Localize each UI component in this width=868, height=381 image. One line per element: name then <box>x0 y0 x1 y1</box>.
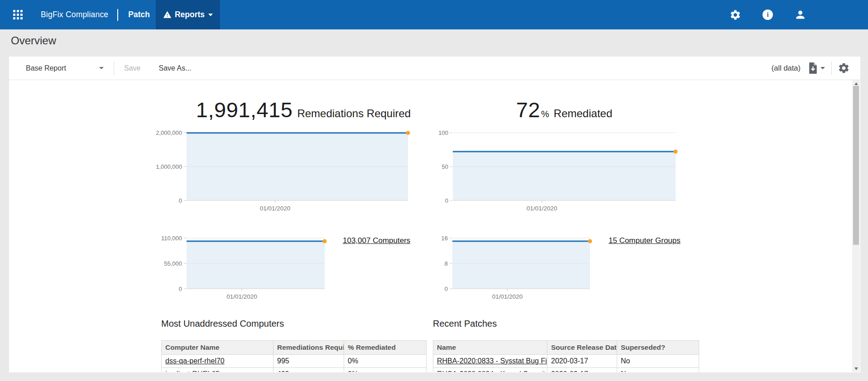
settings-gear-icon[interactable] <box>729 9 741 21</box>
table-row: dss-qa-perf-rhel709950% <box>162 355 427 368</box>
nav-separator <box>117 9 118 21</box>
nav-site-patch[interactable]: Patch <box>128 10 150 19</box>
top-navbar: BigFix Compliance Patch Reports i <box>0 0 868 29</box>
table-cell: 499 <box>273 368 344 372</box>
tab-reports-label: Reports <box>175 10 205 19</box>
table-cell: 2020-03-17 <box>547 368 617 372</box>
column-header[interactable]: % Remediated <box>344 341 427 355</box>
kpi-remediations-required: 1,991,415 Remediations Required <box>154 97 453 122</box>
table-row: RHBA-2020:0833 - Sysstat Bug Fix ...2020… <box>433 355 699 368</box>
row-detail-link[interactable]: RHBA-2020:0833 - Sysstat Bug Fix ... <box>437 357 547 365</box>
product-title[interactable]: BigFix Compliance <box>41 10 108 19</box>
export-document-icon <box>807 62 819 74</box>
column-header[interactable]: Remediations Required <box>273 341 344 355</box>
column-header[interactable]: Computer Name <box>162 341 273 355</box>
report-selector-dropdown[interactable]: Base Report <box>26 64 104 72</box>
table-cell[interactable]: dss-qa-perf-rhel70 <box>162 355 273 368</box>
report-selector-value: Base Report <box>26 64 66 72</box>
row-detail-link[interactable]: dss-qa-perf-rhel70 <box>165 357 225 365</box>
svg-text:8: 8 <box>445 260 448 267</box>
table-cell: No <box>617 355 699 368</box>
report-toolbar: Base Report Save Save As... (all data) <box>9 57 860 80</box>
row-detail-link[interactable]: RHSA-2020:0834 - Kernel Security ... <box>437 370 547 372</box>
report-card: Base Report Save Save As... (all data) <box>9 57 860 372</box>
chevron-down-icon <box>208 14 213 16</box>
table-cell[interactable]: iv-client-RHEL65 <box>162 368 273 372</box>
table-cell: 995 <box>273 355 344 368</box>
toolbar-right: (all data) <box>772 62 850 75</box>
save-button[interactable]: Save <box>124 64 140 72</box>
svg-text:110,000: 110,000 <box>161 235 182 242</box>
kpi-remediated-label: Remediated <box>554 107 612 120</box>
svg-text:1,000,000: 1,000,000 <box>156 163 182 170</box>
svg-text:01/01/2020: 01/01/2020 <box>527 205 557 212</box>
percent-remediated-chart: 05010001/01/2020 <box>433 130 680 218</box>
scroll-down-arrow-icon[interactable] <box>852 365 860 372</box>
most-unaddressed-computers-table: Computer NameRemediations Required% Reme… <box>161 340 427 372</box>
data-scope-label: (all data) <box>772 64 801 72</box>
bigfix-compliance-overview: { "nav": { "product": "BigFix Compliance… <box>0 0 868 381</box>
kpi-percent-remediated: 72 % Remediated <box>439 97 689 122</box>
computers-chart: 055,000110,00001/01/2020 <box>158 235 329 306</box>
vertical-scrollbar[interactable] <box>852 80 860 372</box>
table-row: RHSA-2020:0834 - Kernel Security ...2020… <box>433 368 699 372</box>
column-header[interactable]: Source Release Date <box>547 341 617 355</box>
kpi-remediations-value: 1,991,415 <box>196 97 293 122</box>
svg-text:01/01/2020: 01/01/2020 <box>260 205 291 212</box>
computers-link[interactable]: 103,007 Computers <box>343 236 410 245</box>
chevron-down-icon <box>820 67 825 69</box>
report-content: 1,991,415 Remediations Required 72 % Rem… <box>9 80 860 372</box>
chevron-down-icon <box>99 67 104 69</box>
column-header[interactable]: Superseded? <box>617 341 699 355</box>
nav-right-icons: i <box>729 9 868 21</box>
svg-text:0: 0 <box>445 197 448 204</box>
report-settings-gear-icon[interactable] <box>838 62 850 74</box>
computer-groups-chart: 081601/01/2020 <box>432 235 595 306</box>
app-switcher-grid-icon[interactable] <box>13 10 23 19</box>
svg-text:55,000: 55,000 <box>164 260 182 267</box>
user-profile-icon[interactable] <box>794 9 806 21</box>
info-icon[interactable]: i <box>762 10 773 20</box>
column-header[interactable]: Name <box>433 341 547 355</box>
svg-text:01/01/2020: 01/01/2020 <box>492 293 523 300</box>
page-title: Overview <box>11 34 56 47</box>
kpi-remediated-value: 72 <box>516 97 540 122</box>
svg-text:01/01/2020: 01/01/2020 <box>226 293 257 300</box>
tab-reports[interactable]: Reports <box>156 0 220 29</box>
table-cell: 0% <box>344 368 427 372</box>
most-unaddressed-computers-title: Most Unaddressed Computers <box>161 319 284 329</box>
save-as-button[interactable]: Save As... <box>158 64 191 72</box>
svg-text:16: 16 <box>441 235 448 242</box>
svg-text:0: 0 <box>445 286 448 292</box>
svg-text:2,000,000: 2,000,000 <box>156 130 182 136</box>
table-cell: 2020-03-17 <box>547 355 617 368</box>
computer-groups-link[interactable]: 15 Computer Groups <box>609 236 681 245</box>
table-cell: No <box>617 368 699 372</box>
reports-warning-triangle-icon <box>163 10 172 19</box>
svg-text:50: 50 <box>442 163 448 170</box>
scrollbar-thumb[interactable] <box>853 86 859 245</box>
recent-patches-title: Recent Patches <box>433 319 497 329</box>
toolbar-divider <box>831 62 832 75</box>
svg-text:0: 0 <box>179 286 182 292</box>
recent-patches-table: NameSource Release DateSuperseded?RHBA-2… <box>433 340 699 372</box>
svg-text:0: 0 <box>179 197 182 204</box>
table-cell: 0% <box>344 355 427 368</box>
kpi-remediations-label: Remediations Required <box>297 107 411 120</box>
row-detail-link[interactable]: iv-client-RHEL65 <box>165 370 220 372</box>
table-cell[interactable]: RHSA-2020:0834 - Kernel Security ... <box>433 368 547 372</box>
table-cell[interactable]: RHBA-2020:0833 - Sysstat Bug Fix ... <box>433 355 547 368</box>
svg-text:100: 100 <box>438 130 448 136</box>
toolbar-divider <box>114 62 114 75</box>
remediations-required-chart: 01,000,0002,000,00001/01/2020 <box>151 130 412 218</box>
table-row: iv-client-RHEL654990% <box>162 368 427 372</box>
kpi-remediated-unit: % <box>541 109 549 119</box>
export-report-button[interactable] <box>807 62 825 74</box>
